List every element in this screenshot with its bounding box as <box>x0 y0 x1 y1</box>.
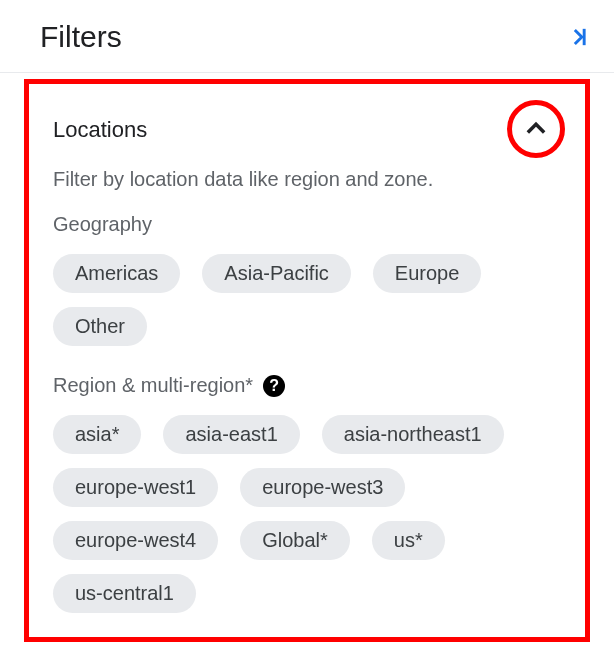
chip-other[interactable]: Other <box>53 307 147 346</box>
help-icon[interactable]: ? <box>263 375 285 397</box>
locations-section-head: Locations <box>53 102 561 158</box>
collapse-locations-button[interactable] <box>507 100 565 158</box>
geography-group-label: Geography <box>53 213 561 236</box>
chip-europe-west4[interactable]: europe-west4 <box>53 521 218 560</box>
chip-asia[interactable]: asia* <box>53 415 141 454</box>
chip-europe-west1[interactable]: europe-west1 <box>53 468 218 507</box>
chip-us-central1[interactable]: us-central1 <box>53 574 196 613</box>
page-title: Filters <box>40 20 122 54</box>
locations-description: Filter by location data like region and … <box>53 168 561 191</box>
filters-header: Filters <box>0 0 614 73</box>
locations-title: Locations <box>53 117 147 143</box>
chip-asia-east1[interactable]: asia-east1 <box>163 415 299 454</box>
chip-americas[interactable]: Americas <box>53 254 180 293</box>
region-label-text: Region & multi-region* <box>53 374 253 397</box>
geography-chips: Americas Asia-Pacific Europe Other <box>53 254 561 346</box>
geography-label-text: Geography <box>53 213 152 236</box>
chip-europe-west3[interactable]: europe-west3 <box>240 468 405 507</box>
chip-europe[interactable]: Europe <box>373 254 482 293</box>
locations-panel: Locations Filter by location data like r… <box>24 79 590 642</box>
region-group-label: Region & multi-region* ? <box>53 374 561 397</box>
chip-asia-pacific[interactable]: Asia-Pacific <box>202 254 350 293</box>
collapse-panel-icon[interactable] <box>562 23 590 51</box>
chip-us[interactable]: us* <box>372 521 445 560</box>
region-chips: asia* asia-east1 asia-northeast1 europe-… <box>53 415 561 613</box>
chip-global[interactable]: Global* <box>240 521 350 560</box>
chevron-up-icon <box>522 115 550 143</box>
chip-asia-northeast1[interactable]: asia-northeast1 <box>322 415 504 454</box>
